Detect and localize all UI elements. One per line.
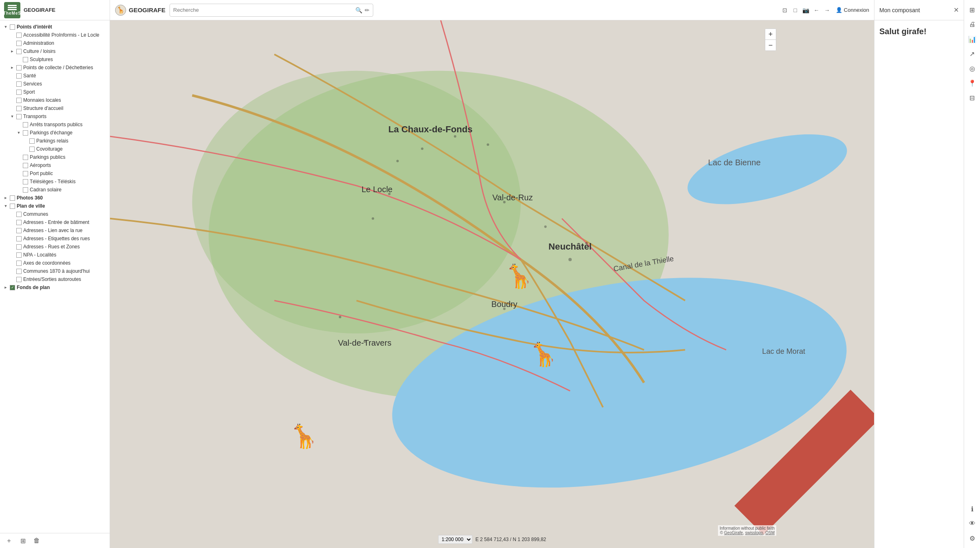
layer-item-sculptures[interactable]: Sculptures [0,55,110,64]
layer-item-port-public[interactable]: Port public [0,169,110,178]
layer-item-structure-accueil[interactable]: Structure d'accueil [0,104,110,112]
layer-checkbox-services[interactable] [16,81,22,87]
layer-checkbox-points-collecte[interactable] [16,65,22,70]
layer-item-adresses-rues[interactable]: Adresses - Rues et Zones [0,243,110,251]
scale-selector[interactable]: 1:200 000 [438,535,472,544]
layer-checkbox-parkings-publics[interactable] [23,155,28,160]
delete-button[interactable]: 🗑 [32,536,42,546]
swisstopo-link[interactable]: swisstopo [745,530,763,535]
layer-item-monnaies-locales[interactable]: Monnaies locales [0,96,110,104]
layer-item-npa-localites[interactable]: NPA - Localités [0,251,110,259]
search-input[interactable] [173,7,353,13]
layer-item-arrets-transports[interactable]: Arrêts transports publics [0,121,110,129]
layer-checkbox-transports[interactable] [16,114,22,119]
layer-item-administration[interactable]: Administration [0,39,110,47]
layer-item-adresses-entree[interactable]: Adresses - Entrée de bâtiment [0,218,110,226]
zoom-out-button[interactable]: − [765,40,776,50]
layer-item-points-collecte[interactable]: ►Points de collecte / Déchetteries [0,64,110,72]
search-icon[interactable]: 🔍 [355,7,362,13]
layer-item-communes[interactable]: Communes [0,210,110,218]
layer-item-aeroports[interactable]: Aéroports [0,161,110,169]
zoom-in-button[interactable]: + [765,29,776,39]
connexion-button[interactable]: 👤 Connexion [836,7,869,13]
layer-item-adresses-etiquettes[interactable]: Adresses - Etiquettes des rues [0,235,110,243]
expand-arrow-transports[interactable]: ▼ [10,114,15,119]
expand-arrow-parkings-echange[interactable]: ▼ [16,130,21,135]
layer-checkbox-communes-1870[interactable] [16,269,22,274]
grid-button[interactable]: ⊞ [18,536,28,546]
layer-item-plan-ville[interactable]: ▼Plan de ville [0,202,110,210]
osm-link[interactable]: OSM [765,530,775,535]
video-icon[interactable]: 📷 [802,6,810,15]
arrow-right-icon[interactable]: → [823,6,832,15]
settings-icon[interactable]: ⚙ [966,532,979,545]
edit-icon[interactable]: ✏ [365,7,370,13]
layer-checkbox-monnaies-locales[interactable] [16,98,22,103]
grid-map-icon[interactable]: ⊟ [966,91,979,104]
expand-arrow-culture-loisirs[interactable]: ► [10,49,15,54]
layer-item-adresses-lien[interactable]: Adresses - Lien avec la rue [0,226,110,235]
layer-item-telesiege[interactable]: Télésièges - Téléskis [0,178,110,186]
layer-checkbox-adresses-lien[interactable] [16,228,22,233]
layer-checkbox-adresses-rues[interactable] [16,244,22,250]
layers-icon[interactable]: ⊞ [966,3,979,16]
layer-item-sante[interactable]: Santé [0,72,110,80]
layer-checkbox-administration[interactable] [16,41,22,46]
right-panel-close-button[interactable]: ✕ [954,6,959,14]
street-view-icon[interactable]: 👁 [966,517,979,530]
layer-checkbox-parkings-echange[interactable] [23,130,28,136]
layer-checkbox-points-interet[interactable] [10,24,15,30]
layer-item-fonds-plan[interactable]: ►✓Fonds de plan [0,283,110,292]
add-layer-button[interactable]: ＋ [4,536,14,546]
layer-item-parkings-publics[interactable]: Parkings publics [0,153,110,161]
layer-item-parkings-relais[interactable]: Parkings relais [0,137,110,145]
layer-item-axes-coordonnees[interactable]: Axes de coordonnées [0,259,110,267]
layer-checkbox-aeroports[interactable] [23,163,28,168]
layer-checkbox-sport[interactable] [16,90,22,95]
layer-checkbox-arrets-transports[interactable] [23,122,28,127]
layer-checkbox-parkings-relais[interactable] [29,138,35,144]
layer-checkbox-structure-accueil[interactable] [16,106,22,111]
layer-checkbox-culture-loisirs[interactable] [16,49,22,54]
layer-checkbox-port-public[interactable] [23,171,28,176]
layer-item-photos-360[interactable]: ►Photos 360 [0,194,110,202]
layer-item-accessibilite[interactable]: Accessibilité ProInformis - Le Locle [0,31,110,39]
print-icon[interactable]: 🖨 [966,18,979,31]
layer-checkbox-plan-ville[interactable] [10,204,15,209]
expand-arrow-plan-ville[interactable]: ▼ [3,204,8,208]
layer-checkbox-adresses-entree[interactable] [16,220,22,225]
arrow-left-icon[interactable]: ← [812,6,821,15]
layer-checkbox-entrees-sorties[interactable] [16,277,22,282]
layer-item-services[interactable]: Services [0,80,110,88]
location-icon[interactable]: 📍 [966,77,979,90]
layer-item-transports[interactable]: ▼Transports [0,112,110,121]
target-icon[interactable]: ◎ [966,62,979,75]
layer-item-points-interet[interactable]: ▼Points d'intérêt [0,23,110,31]
expand-arrow-points-interet[interactable]: ▼ [3,24,8,29]
layer-item-entrees-sorties[interactable]: Entrées/Sorties autoroutes [0,275,110,283]
expand-arrow-photos-360[interactable]: ► [3,195,8,200]
resize-icon[interactable]: ⊡ [780,6,789,15]
layer-checkbox-npa-localites[interactable] [16,252,22,258]
expand-arrow-points-collecte[interactable]: ► [10,65,15,70]
layer-checkbox-sculptures[interactable] [23,57,28,62]
expand-arrow-fonds-plan[interactable]: ► [3,285,8,290]
layer-checkbox-axes-coordonnees[interactable] [16,261,22,266]
layer-item-cadran-solaire[interactable]: Cadran solaire [0,186,110,194]
chart-icon[interactable]: 📊 [966,33,979,46]
map-container[interactable]: La Chaux-de-Fonds Le Locle Val-de-Ruz Ne… [110,20,874,548]
square-icon[interactable]: □ [791,6,800,15]
layer-checkbox-accessibilite[interactable] [16,33,22,38]
layer-checkbox-covoiturage[interactable] [29,147,35,152]
themes-icon[interactable]: TheMeS [4,2,20,18]
layer-item-parkings-echange[interactable]: ▼Parkings d'échange [0,129,110,137]
info-icon[interactable]: ℹ [966,502,979,515]
layer-checkbox-photos-360[interactable] [10,195,15,201]
layer-item-communes-1870[interactable]: Communes 1870 à aujourd'hui [0,267,110,275]
layer-checkbox-fonds-plan[interactable]: ✓ [10,285,15,290]
share-icon[interactable]: ↗ [966,47,979,60]
layer-checkbox-telesiege[interactable] [23,179,28,184]
geogirafe-link[interactable]: GeoGirafe [724,530,743,535]
layer-item-sport[interactable]: Sport [0,88,110,96]
layer-checkbox-adresses-etiquettes[interactable] [16,236,22,241]
